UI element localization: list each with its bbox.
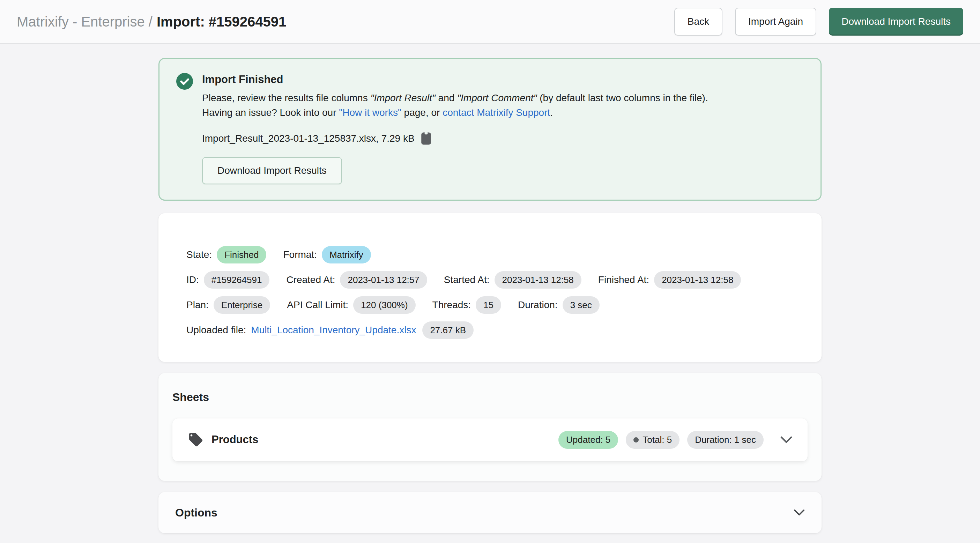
uploaded-file-row: Uploaded file: Multi_Location_Inventory_… (186, 321, 794, 339)
state-label: State: (186, 249, 212, 260)
chevron-down-icon[interactable] (780, 436, 792, 443)
result-file-row: Import_Result_2023-01-13_125837.xlsx, 7.… (202, 132, 708, 145)
state-badge: Finished (217, 246, 266, 264)
total-badge: Total: 5 (626, 431, 679, 449)
download-import-results-button[interactable]: Download Import Results (829, 8, 963, 36)
api-call-limit-group: API Call Limit: 120 (300%) (287, 296, 415, 314)
plan-group: Plan: Enterprise (186, 296, 270, 314)
back-button[interactable]: Back (674, 8, 722, 36)
sheets-card: Sheets Products Updated: 5 Total: 5 Dura… (158, 373, 822, 481)
tag-icon (188, 432, 204, 448)
import-details-card: State: Finished Format: Matrixify ID: #1… (158, 213, 822, 362)
started-at-label: Started At: (444, 274, 490, 285)
uploaded-file-size-badge: 27.67 kB (422, 322, 474, 339)
banner-text-segment: . (550, 107, 553, 118)
result-file-name: Import_Result_2023-01-13_125837.xlsx, 7.… (202, 133, 415, 144)
started-at-group: Started At: 2023-01-13 12:58 (444, 271, 581, 289)
banner-body: Import Finished Please, review the resul… (202, 73, 708, 184)
options-title: Options (175, 506, 794, 519)
plan-badge: Enterprise (213, 296, 270, 314)
uploaded-file-label: Uploaded file: (186, 325, 246, 336)
duration-group: Duration: 3 sec (518, 296, 600, 314)
banner-text-import-comment: "Import Comment" (457, 92, 537, 103)
updated-badge: Updated: 5 (558, 431, 618, 449)
format-group: Format: Matrixify (283, 246, 371, 264)
banner-text-segment: (by default last two columns in the file… (537, 92, 708, 103)
page-title: Matrixify - Enterprise /Import: #1592645… (17, 14, 674, 30)
banner-line-1: Please, review the results file columns … (202, 91, 708, 105)
plan-label: Plan: (186, 299, 209, 311)
contact-support-link[interactable]: contact Matrixify Support (442, 107, 550, 118)
how-it-works-link[interactable]: "How it works" (339, 107, 401, 118)
finished-at-badge: 2023-01-13 12:58 (654, 271, 741, 289)
id-badge: #159264591 (204, 271, 270, 289)
banner-title: Import Finished (202, 73, 708, 86)
duration-label: Duration: (518, 299, 558, 311)
top-bar: Matrixify - Enterprise /Import: #1592645… (0, 0, 980, 44)
check-circle-icon (176, 73, 193, 90)
clipboard-icon[interactable] (421, 132, 431, 145)
plan-row: Plan: Enterprise API Call Limit: 120 (30… (186, 296, 794, 314)
banner-text-import-result: "Import Result" (370, 92, 435, 103)
main-content: Import Finished Please, review the resul… (158, 44, 822, 543)
total-dot (633, 437, 639, 443)
created-at-group: Created At: 2023-01-13 12:57 (286, 271, 427, 289)
banner-line-2: Having an issue? Look into our "How it w… (202, 105, 708, 120)
sheet-name: Products (212, 433, 558, 446)
format-label: Format: (283, 249, 317, 260)
page-title-current: Import: #159264591 (157, 14, 286, 29)
import-finished-banner: Import Finished Please, review the resul… (158, 58, 822, 201)
banner-download-results-button[interactable]: Download Import Results (202, 157, 342, 184)
duration-badge: 3 sec (563, 296, 600, 314)
sheet-duration-badge: Duration: 1 sec (687, 431, 764, 449)
uploaded-file-link[interactable]: Multi_Location_Inventory_Update.xlsx (251, 325, 416, 336)
sheet-row-products[interactable]: Products Updated: 5 Total: 5 Duration: 1… (172, 419, 808, 461)
banner-text-segment: and (436, 92, 457, 103)
threads-group: Threads: 15 (433, 296, 501, 314)
banner-text-segment: Please, review the results file columns (202, 92, 370, 103)
banner-text-segment: page, or (401, 107, 442, 118)
threads-badge: 15 (476, 296, 501, 314)
id-label: ID: (186, 274, 199, 285)
created-at-badge: 2023-01-13 12:57 (340, 271, 427, 289)
sheets-title: Sheets (172, 390, 808, 404)
threads-label: Threads: (433, 299, 471, 311)
finished-at-group: Finished At: 2023-01-13 12:58 (598, 271, 741, 289)
id-group: ID: #159264591 (186, 271, 269, 289)
total-badge-text: Total: 5 (643, 434, 672, 446)
sheet-badges: Updated: 5 Total: 5 Duration: 1 sec (558, 431, 764, 449)
breadcrumb: Matrixify - Enterprise / (17, 14, 153, 29)
api-call-limit-badge: 120 (300%) (353, 296, 415, 314)
options-card[interactable]: Options (158, 492, 822, 533)
banner-text-segment: Having an issue? Look into our (202, 107, 339, 118)
state-group: State: Finished (186, 246, 266, 264)
created-at-label: Created At: (286, 274, 335, 285)
api-call-limit-label: API Call Limit: (287, 299, 348, 311)
started-at-badge: 2023-01-13 12:58 (495, 271, 581, 289)
timing-row: ID: #159264591 Created At: 2023-01-13 12… (186, 271, 794, 289)
uploaded-file-group: Uploaded file: Multi_Location_Inventory_… (186, 322, 474, 339)
finished-at-label: Finished At: (598, 274, 649, 285)
chevron-down-icon[interactable] (794, 509, 805, 516)
state-format-row: State: Finished Format: Matrixify (186, 245, 794, 264)
import-again-button[interactable]: Import Again (735, 8, 816, 36)
header-actions: Back Import Again Download Import Result… (674, 8, 963, 36)
format-badge: Matrixify (322, 246, 371, 264)
